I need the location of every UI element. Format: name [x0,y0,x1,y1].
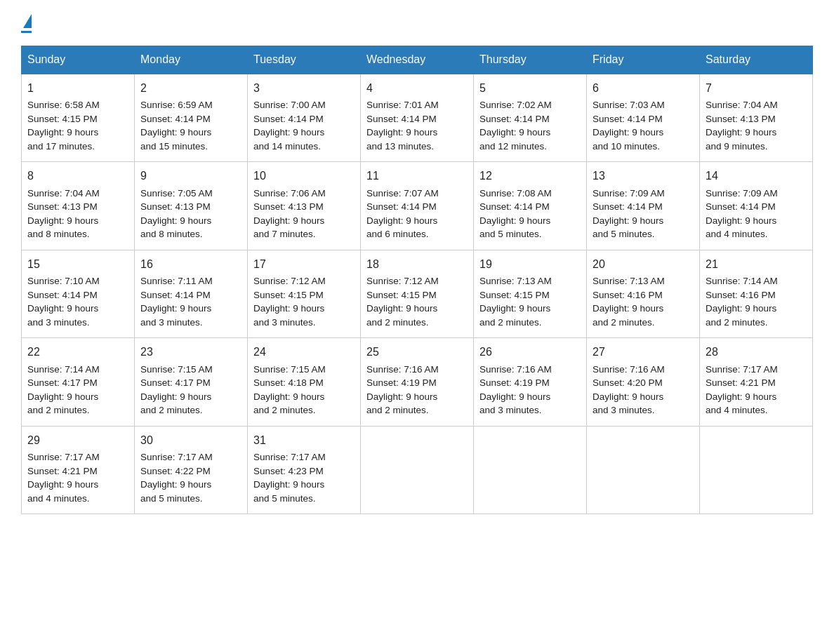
sunrise-label: Sunrise: 7:17 AM [27,452,100,462]
calendar-cell: 20Sunrise: 7:13 AMSunset: 4:16 PMDayligh… [587,250,700,337]
sunrise-label: Sunrise: 7:16 AM [366,364,439,375]
sunset-label: Sunset: 4:19 PM [479,377,550,388]
daylight-minutes: and 13 minutes. [366,141,434,152]
day-number: 1 [27,80,128,96]
day-number: 30 [140,432,241,448]
sunset-label: Sunset: 4:13 PM [27,201,98,212]
sunrise-label: Sunrise: 7:16 AM [479,364,552,375]
sunrise-label: Sunrise: 6:58 AM [27,100,100,110]
sunrise-label: Sunrise: 7:11 AM [140,276,213,286]
calendar-cell: 8Sunrise: 7:04 AMSunset: 4:13 PMDaylight… [22,162,135,250]
day-number: 23 [140,344,241,360]
daylight-label: Daylight: 9 hours [593,215,663,226]
day-number: 20 [593,256,694,272]
calendar-cell: 15Sunrise: 7:10 AMSunset: 4:14 PMDayligh… [22,250,135,337]
header-friday: Friday [587,46,700,74]
sunset-label: Sunset: 4:15 PM [27,114,98,124]
daylight-minutes: and 5 minutes. [479,229,542,239]
sunrise-label: Sunrise: 7:17 AM [253,452,326,462]
day-number: 9 [140,168,241,184]
sunset-label: Sunset: 4:14 PM [366,114,437,124]
daylight-label: Daylight: 9 hours [479,215,550,226]
calendar-cell: 5Sunrise: 7:02 AMSunset: 4:14 PMDaylight… [474,74,587,162]
header-sunday: Sunday [22,46,135,74]
calendar-cell: 14Sunrise: 7:09 AMSunset: 4:14 PMDayligh… [700,162,813,250]
calendar-cell: 19Sunrise: 7:13 AMSunset: 4:15 PMDayligh… [474,250,587,337]
day-number: 29 [27,432,128,448]
calendar-cell: 21Sunrise: 7:14 AMSunset: 4:16 PMDayligh… [700,250,813,337]
sunrise-label: Sunrise: 7:13 AM [479,276,552,286]
day-number: 13 [593,168,694,184]
daylight-label: Daylight: 9 hours [140,127,211,137]
sunset-label: Sunset: 4:19 PM [366,377,437,388]
page-header [21,14,813,33]
sunset-label: Sunset: 4:14 PM [479,201,550,212]
sunrise-label: Sunrise: 7:01 AM [366,100,439,110]
sunrise-label: Sunrise: 7:17 AM [140,452,213,462]
calendar-cell: 28Sunrise: 7:17 AMSunset: 4:21 PMDayligh… [700,338,813,426]
calendar-cell: 24Sunrise: 7:15 AMSunset: 4:18 PMDayligh… [248,338,361,426]
daylight-label: Daylight: 9 hours [593,303,663,314]
daylight-label: Daylight: 9 hours [27,127,98,137]
sunset-label: Sunset: 4:15 PM [479,290,550,300]
day-number: 6 [593,80,694,96]
day-number: 31 [253,432,355,448]
calendar-table: SundayMondayTuesdayWednesdayThursdayFrid… [21,46,813,514]
day-number: 18 [366,256,468,272]
daylight-minutes: and 15 minutes. [140,141,208,152]
sunset-label: Sunset: 4:21 PM [27,466,98,476]
daylight-label: Daylight: 9 hours [706,127,776,137]
day-number: 8 [27,168,128,184]
sunrise-label: Sunrise: 7:09 AM [593,188,665,199]
daylight-minutes: and 2 minutes. [593,317,655,328]
daylight-minutes: and 2 minutes. [366,317,429,328]
calendar-cell: 10Sunrise: 7:06 AMSunset: 4:13 PMDayligh… [248,162,361,250]
sunrise-label: Sunrise: 7:05 AM [140,188,213,199]
day-number: 24 [253,344,355,360]
calendar-cell [474,426,587,514]
daylight-label: Daylight: 9 hours [479,303,550,314]
daylight-minutes: and 5 minutes. [593,229,655,239]
daylight-minutes: and 2 minutes. [27,405,90,415]
calendar-cell: 27Sunrise: 7:16 AMSunset: 4:20 PMDayligh… [587,338,700,426]
day-number: 3 [253,80,355,96]
sunset-label: Sunset: 4:13 PM [253,201,324,212]
daylight-minutes: and 3 minutes. [253,317,316,328]
sunset-label: Sunset: 4:17 PM [140,377,211,388]
sunrise-label: Sunrise: 7:09 AM [706,188,778,199]
day-number: 17 [253,256,355,272]
logo [21,14,32,33]
daylight-minutes: and 9 minutes. [706,141,768,152]
sunrise-label: Sunrise: 7:15 AM [140,364,213,375]
daylight-label: Daylight: 9 hours [366,127,437,137]
sunrise-label: Sunrise: 7:14 AM [706,276,778,286]
calendar-header-row: SundayMondayTuesdayWednesdayThursdayFrid… [22,46,813,74]
calendar-cell: 16Sunrise: 7:11 AMSunset: 4:14 PMDayligh… [135,250,248,337]
calendar-cell: 6Sunrise: 7:03 AMSunset: 4:14 PMDaylight… [587,74,700,162]
daylight-label: Daylight: 9 hours [593,127,663,137]
sunrise-label: Sunrise: 7:08 AM [479,188,552,199]
daylight-label: Daylight: 9 hours [253,391,324,402]
calendar-cell: 29Sunrise: 7:17 AMSunset: 4:21 PMDayligh… [22,426,135,514]
sunrise-label: Sunrise: 7:03 AM [593,100,665,110]
sunset-label: Sunset: 4:14 PM [140,290,211,300]
calendar-cell: 25Sunrise: 7:16 AMSunset: 4:19 PMDayligh… [361,338,474,426]
daylight-label: Daylight: 9 hours [140,215,211,226]
daylight-minutes: and 4 minutes. [27,493,90,504]
daylight-minutes: and 5 minutes. [253,493,316,504]
sunrise-label: Sunrise: 7:06 AM [253,188,326,199]
calendar-cell: 9Sunrise: 7:05 AMSunset: 4:13 PMDaylight… [135,162,248,250]
day-number: 22 [27,344,128,360]
daylight-minutes: and 3 minutes. [27,317,90,328]
daylight-label: Daylight: 9 hours [479,391,550,402]
daylight-minutes: and 2 minutes. [706,317,768,328]
sunset-label: Sunset: 4:16 PM [593,290,663,300]
daylight-label: Daylight: 9 hours [706,215,776,226]
sunrise-label: Sunrise: 7:10 AM [27,276,100,286]
daylight-minutes: and 10 minutes. [593,141,660,152]
daylight-label: Daylight: 9 hours [366,391,437,402]
daylight-label: Daylight: 9 hours [253,127,324,137]
day-number: 14 [706,168,807,184]
calendar-cell: 2Sunrise: 6:59 AMSunset: 4:14 PMDaylight… [135,74,248,162]
sunrise-label: Sunrise: 7:12 AM [366,276,439,286]
